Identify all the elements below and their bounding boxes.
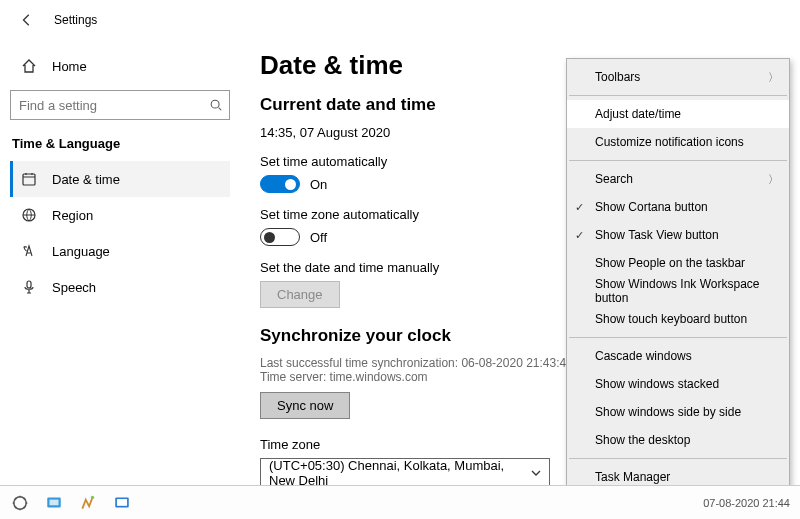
search-input-wrap[interactable] xyxy=(10,90,230,120)
sidebar-item-label: Region xyxy=(52,208,93,223)
svg-rect-1 xyxy=(23,174,35,185)
timezone-value: (UTC+05:30) Chennai, Kolkata, Mumbai, Ne… xyxy=(269,458,531,488)
cm-label: Adjust date/time xyxy=(595,107,681,121)
cm-label: Show touch keyboard button xyxy=(595,312,747,326)
svg-point-0 xyxy=(211,100,219,108)
cm-label: Show windows side by side xyxy=(595,405,741,419)
auto-zone-state: Off xyxy=(310,230,327,245)
cm-label: Search xyxy=(595,172,633,186)
sidebar: Home Time & Language Date & time Region xyxy=(0,40,240,485)
cm-label: Show People on the taskbar xyxy=(595,256,745,270)
sidebar-item-label: Date & time xyxy=(52,172,120,187)
cm-label: Show Cortana button xyxy=(595,200,708,214)
clock-calendar-icon xyxy=(20,171,38,187)
microphone-icon xyxy=(20,279,38,295)
taskbar-clock[interactable]: 07-08-2020 21:44 xyxy=(703,497,790,509)
svg-point-8 xyxy=(91,495,94,498)
chevron-down-icon xyxy=(531,468,541,478)
cm-side-by-side[interactable]: Show windows side by side xyxy=(567,398,789,426)
home-icon xyxy=(20,58,38,74)
cm-label: Show Windows Ink Workspace button xyxy=(595,277,777,305)
separator xyxy=(569,160,787,161)
search-input[interactable] xyxy=(11,91,229,119)
taskbar-app-icon-4[interactable] xyxy=(112,493,132,513)
sync-now-button[interactable]: Sync now xyxy=(260,392,350,419)
cm-label: Show Task View button xyxy=(595,228,719,242)
auto-time-state: On xyxy=(310,177,327,192)
sidebar-item-label: Speech xyxy=(52,280,96,295)
cm-label: Show the desktop xyxy=(595,433,690,447)
cm-label: Show windows stacked xyxy=(595,377,719,391)
svg-rect-3 xyxy=(27,281,31,288)
cm-adjust-date-time[interactable]: Adjust date/time xyxy=(567,100,789,128)
separator xyxy=(569,95,787,96)
taskbar-app-icon-1[interactable] xyxy=(10,493,30,513)
cm-show-cortana[interactable]: ✓ Show Cortana button xyxy=(567,193,789,221)
auto-zone-toggle[interactable] xyxy=(260,228,300,246)
cm-label: Cascade windows xyxy=(595,349,692,363)
separator xyxy=(569,458,787,459)
chevron-right-icon: 〉 xyxy=(768,70,779,85)
language-icon xyxy=(20,243,38,259)
globe-icon xyxy=(20,207,38,223)
cm-label: Task Manager xyxy=(595,470,670,484)
taskbar-context-menu: Toolbars 〉 Adjust date/time Customize no… xyxy=(566,58,790,519)
cm-stacked[interactable]: Show windows stacked xyxy=(567,370,789,398)
back-button[interactable] xyxy=(18,11,36,29)
sidebar-item-language[interactable]: Language xyxy=(10,233,230,269)
taskbar: 07-08-2020 21:44 xyxy=(0,485,800,519)
sidebar-item-region[interactable]: Region xyxy=(10,197,230,233)
sidebar-item-label: Language xyxy=(52,244,110,259)
cm-show-desktop[interactable]: Show the desktop xyxy=(567,426,789,454)
nav-home[interactable]: Home xyxy=(10,48,230,84)
nav-home-label: Home xyxy=(52,59,87,74)
taskbar-app-icon-2[interactable] xyxy=(44,493,64,513)
cm-show-touch[interactable]: Show touch keyboard button xyxy=(567,305,789,333)
cm-show-people[interactable]: Show People on the taskbar xyxy=(567,249,789,277)
check-icon: ✓ xyxy=(575,229,584,242)
cm-customize-icons[interactable]: Customize notification icons xyxy=(567,128,789,156)
auto-time-toggle[interactable] xyxy=(260,175,300,193)
check-icon: ✓ xyxy=(575,201,584,214)
window-header: Settings xyxy=(0,0,800,40)
sidebar-category: Time & Language xyxy=(10,130,230,161)
cm-show-ink[interactable]: Show Windows Ink Workspace button xyxy=(567,277,789,305)
search-icon xyxy=(209,98,223,112)
change-button: Change xyxy=(260,281,340,308)
sidebar-item-date-time[interactable]: Date & time xyxy=(10,161,230,197)
svg-rect-10 xyxy=(117,499,127,506)
window-title: Settings xyxy=(54,13,97,27)
cm-label: Customize notification icons xyxy=(595,135,744,149)
cm-show-taskview[interactable]: ✓ Show Task View button xyxy=(567,221,789,249)
cm-toolbars[interactable]: Toolbars 〉 xyxy=(567,63,789,91)
cm-cascade[interactable]: Cascade windows xyxy=(567,342,789,370)
taskbar-app-icon-3[interactable] xyxy=(78,493,98,513)
separator xyxy=(569,337,787,338)
timezone-dropdown[interactable]: (UTC+05:30) Chennai, Kolkata, Mumbai, Ne… xyxy=(260,458,550,488)
chevron-right-icon: 〉 xyxy=(768,172,779,187)
cm-label: Toolbars xyxy=(595,70,640,84)
sidebar-item-speech[interactable]: Speech xyxy=(10,269,230,305)
svg-rect-7 xyxy=(50,499,59,505)
cm-search[interactable]: Search 〉 xyxy=(567,165,789,193)
